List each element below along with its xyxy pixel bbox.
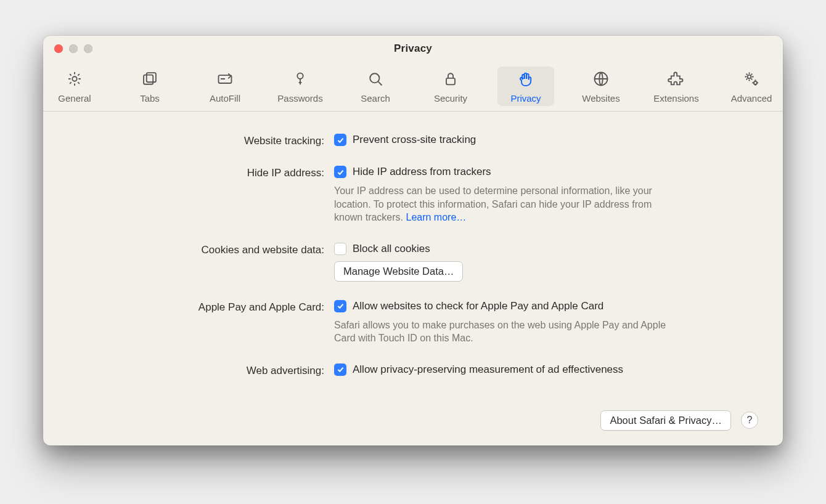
website-tracking-label: Website tracking:	[78, 134, 324, 147]
ad-measurement-option[interactable]: Allow privacy-preserving measurement of …	[334, 364, 623, 376]
svg-point-5	[370, 73, 379, 83]
cookies-row: Cookies and website data: Block all cook…	[78, 243, 748, 282]
hand-icon	[517, 70, 534, 91]
toolbar-tab-label: Tabs	[140, 93, 160, 104]
toolbar-tab-websites[interactable]: Websites	[573, 67, 629, 106]
window-controls	[54, 44, 92, 53]
toolbar-tab-advanced[interactable]: Advanced	[723, 67, 780, 106]
hide-ip-learn-more-link[interactable]: Learn more…	[406, 212, 466, 222]
ad-measurement-text: Allow privacy-preserving measurement of …	[353, 364, 623, 376]
hide-ip-text: Hide IP address from trackers	[353, 166, 491, 178]
toolbar-tab-label: Security	[434, 93, 467, 104]
toolbar-tab-passwords[interactable]: Passwords	[272, 67, 329, 106]
svg-rect-2	[147, 73, 156, 82]
magnifier-icon	[367, 70, 384, 91]
toolbar-tab-autofill[interactable]: AutoFill	[197, 67, 253, 106]
web-advertising-row: Web advertising: Allow privacy-preservin…	[78, 364, 748, 377]
privacy-footer: About Safari & Privacy… ?	[43, 393, 783, 445]
globe-icon	[592, 70, 610, 91]
svg-point-0	[72, 76, 76, 81]
gear-icon	[66, 70, 83, 91]
about-safari-privacy-button[interactable]: About Safari & Privacy…	[600, 410, 731, 431]
web-advertising-label: Web advertising:	[78, 364, 324, 377]
key-icon	[292, 70, 309, 91]
maximize-window-button[interactable]	[84, 44, 92, 53]
toolbar-tab-label: Websites	[582, 93, 620, 104]
preferences-toolbar: GeneralTabsAutoFillPasswordsSearchSecuri…	[43, 62, 783, 112]
window-title: Privacy	[394, 43, 432, 55]
apple-pay-checkbox[interactable]	[334, 300, 346, 312]
svg-rect-1	[144, 75, 153, 84]
svg-point-4	[297, 73, 303, 79]
toolbar-tab-tabs[interactable]: Tabs	[121, 67, 178, 106]
prevent-cross-site-tracking-text: Prevent cross-site tracking	[353, 134, 476, 146]
toolbar-tab-label: General	[58, 93, 91, 104]
toolbar-tab-security[interactable]: Security	[422, 67, 479, 106]
svg-point-9	[754, 81, 757, 84]
minimize-window-button[interactable]	[69, 44, 78, 53]
hide-ip-description: Your IP address can be used to determine…	[334, 184, 679, 224]
prevent-cross-site-tracking-checkbox[interactable]	[334, 134, 346, 146]
svg-point-8	[748, 75, 751, 79]
toolbar-tab-label: Passwords	[277, 93, 322, 104]
toolbar-tab-privacy[interactable]: Privacy	[497, 67, 554, 106]
toolbar-tab-label: Search	[361, 93, 390, 104]
help-button[interactable]: ?	[741, 412, 758, 429]
apple-pay-description: Safari allows you to make purchases on t…	[334, 319, 679, 345]
block-all-cookies-option[interactable]: Block all cookies	[334, 243, 430, 255]
privacy-pane: Website tracking: Prevent cross-site tra…	[43, 112, 783, 393]
toolbar-tab-search[interactable]: Search	[347, 67, 404, 106]
close-window-button[interactable]	[54, 44, 63, 53]
hide-ip-label: Hide IP address:	[78, 166, 324, 179]
toolbar-tab-extensions[interactable]: Extensions	[648, 67, 705, 106]
apple-pay-row: Apple Pay and Apple Card: Allow websites…	[78, 300, 748, 345]
lock-icon	[442, 70, 459, 91]
hide-ip-row: Hide IP address: Hide IP address from tr…	[78, 166, 748, 224]
apple-pay-option[interactable]: Allow websites to check for Apple Pay an…	[334, 300, 603, 312]
toolbar-tab-label: Privacy	[510, 93, 541, 104]
manage-website-data-button[interactable]: Manage Website Data…	[334, 261, 463, 282]
preferences-window: Privacy GeneralTabsAutoFillPasswordsSear…	[43, 36, 783, 445]
ad-measurement-checkbox[interactable]	[334, 364, 346, 376]
puzzle-icon	[668, 70, 685, 91]
apple-pay-text: Allow websites to check for Apple Pay an…	[353, 300, 603, 312]
toolbar-tab-label: Extensions	[653, 93, 698, 104]
toolbar-tab-general[interactable]: General	[46, 67, 103, 106]
block-all-cookies-checkbox[interactable]	[334, 243, 346, 255]
gears-icon	[743, 70, 760, 91]
autofill-icon	[216, 70, 234, 91]
block-all-cookies-text: Block all cookies	[353, 243, 430, 255]
hide-ip-option[interactable]: Hide IP address from trackers	[334, 166, 491, 178]
apple-pay-label: Apple Pay and Apple Card:	[78, 300, 324, 314]
prevent-cross-site-tracking-option[interactable]: Prevent cross-site tracking	[334, 134, 476, 146]
svg-rect-6	[446, 78, 455, 84]
cookies-label: Cookies and website data:	[78, 243, 324, 256]
toolbar-tab-label: AutoFill	[210, 93, 240, 104]
hide-ip-checkbox[interactable]	[334, 166, 346, 178]
website-tracking-row: Website tracking: Prevent cross-site tra…	[78, 134, 748, 147]
tabs-icon	[141, 70, 158, 91]
toolbar-tab-label: Advanced	[731, 93, 772, 104]
titlebar: Privacy	[43, 36, 783, 62]
